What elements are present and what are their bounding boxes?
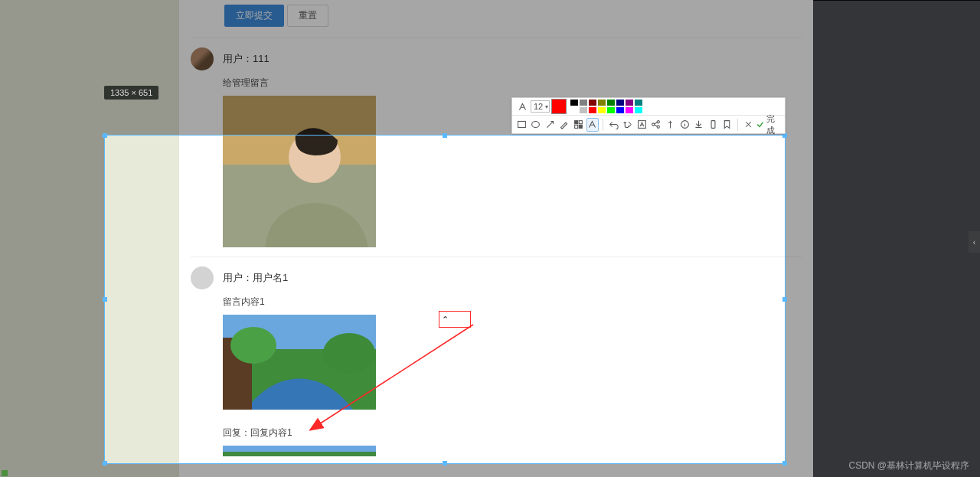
user-name: 111 — [253, 53, 270, 64]
color-swatch[interactable] — [597, 106, 606, 114]
font-size-value: 12 — [534, 102, 543, 111]
done-label: 完成 — [766, 113, 782, 136]
text-tool-icon[interactable] — [586, 118, 599, 132]
close-icon[interactable] — [742, 118, 755, 132]
post-caption: 给管理留言 — [223, 77, 802, 90]
text-cursor-icon: ⌃ — [442, 315, 449, 325]
color-swatch[interactable] — [579, 99, 588, 106]
user-prefix: 用户： — [223, 53, 253, 64]
color-swatch[interactable] — [570, 106, 579, 114]
svg-rect-20 — [579, 121, 582, 124]
color-swatch[interactable] — [606, 99, 616, 106]
svg-rect-28 — [711, 121, 715, 129]
svg-point-25 — [658, 121, 660, 123]
font-tool-icon[interactable] — [515, 100, 529, 113]
origin-indicator — [2, 470, 8, 476]
color-swatch[interactable] — [616, 106, 625, 114]
selected-color-swatch[interactable] — [551, 99, 567, 114]
svg-rect-21 — [575, 125, 578, 128]
post-image — [223, 315, 376, 410]
svg-point-18 — [532, 121, 540, 127]
color-swatch[interactable] — [570, 99, 579, 106]
mosaic-tool-icon[interactable] — [572, 118, 585, 132]
download-icon[interactable] — [692, 118, 705, 132]
color-swatch[interactable] — [588, 106, 597, 114]
svg-rect-22 — [579, 125, 582, 128]
pin-tool-icon[interactable] — [664, 118, 677, 132]
color-palette — [570, 99, 649, 114]
svg-rect-17 — [518, 121, 525, 127]
color-swatch[interactable] — [597, 99, 606, 106]
post-image — [223, 135, 376, 247]
color-swatch[interactable] — [625, 106, 634, 114]
done-button[interactable]: 完成 — [756, 113, 782, 136]
ellipse-tool-icon[interactable] — [530, 118, 543, 132]
screenshot-selection-viewport: 立即提交 重置 用户：111 给管理留言 — [104, 135, 786, 464]
color-swatch[interactable] — [606, 106, 616, 114]
color-swatch[interactable] — [616, 99, 625, 106]
collapse-side-tab[interactable]: ‹ — [969, 231, 980, 253]
chevron-down-icon: ▾ — [545, 103, 548, 110]
reset-button[interactable]: 重置 — [287, 5, 328, 27]
separator — [603, 119, 603, 131]
toolbar-row-style: 12 ▾ — [512, 98, 785, 116]
pen-tool-icon[interactable] — [558, 118, 571, 132]
separator — [737, 119, 738, 131]
color-swatch[interactable] — [625, 99, 634, 106]
svg-point-24 — [652, 123, 655, 126]
ocr-tool-icon[interactable] — [635, 118, 648, 132]
color-swatch[interactable] — [634, 99, 643, 106]
svg-point-26 — [658, 126, 660, 128]
svg-point-14 — [230, 327, 276, 364]
font-size-select[interactable]: 12 ▾ — [531, 100, 550, 113]
share-tool-icon[interactable] — [650, 118, 663, 132]
avatar — [191, 266, 214, 289]
selection-size-badge: 1335 × 651 — [104, 86, 158, 100]
undo-icon[interactable] — [607, 118, 620, 132]
toolbar-row-tools: 完成 — [512, 116, 785, 133]
avatar — [191, 47, 214, 70]
post-image — [223, 446, 376, 456]
screenshot-toolbar: 12 ▾ 完成 — [511, 97, 786, 134]
svg-point-15 — [323, 333, 375, 373]
annotation-rectangle[interactable]: ⌃ — [439, 311, 471, 328]
submit-button[interactable]: 立即提交 — [224, 5, 284, 27]
color-swatch[interactable] — [588, 99, 597, 106]
svg-rect-19 — [575, 121, 578, 124]
color-swatch[interactable] — [579, 106, 588, 114]
color-swatch[interactable] — [634, 106, 643, 114]
bookmark-tool-icon[interactable] — [720, 118, 733, 132]
phone-tool-icon[interactable] — [707, 118, 720, 132]
redo-icon[interactable] — [622, 118, 635, 132]
rect-tool-icon[interactable] — [515, 118, 528, 132]
arrow-tool-icon[interactable] — [544, 118, 557, 132]
watermark-text: CSDN @基林计算机毕设程序 — [848, 459, 969, 472]
info-tool-icon[interactable] — [678, 118, 691, 132]
